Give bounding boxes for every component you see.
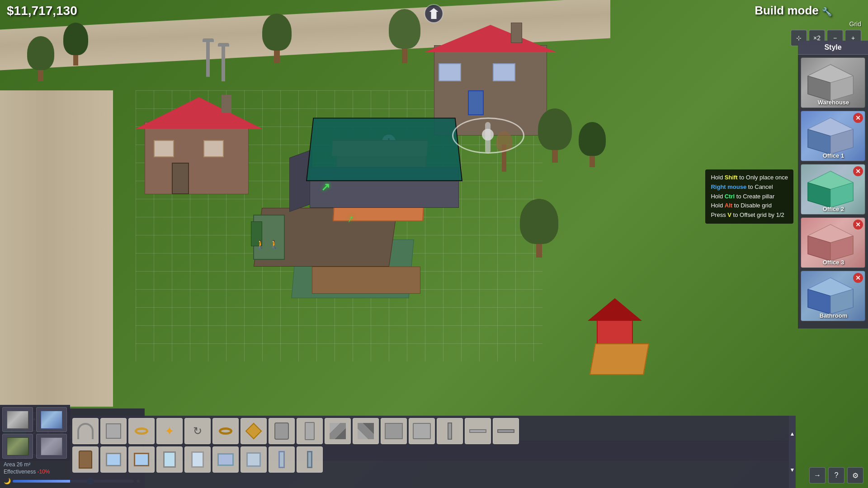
item-wall3-cell[interactable]: [437, 418, 463, 444]
item-window1-shape: [106, 453, 121, 466]
item-pillar-shape: [305, 422, 315, 440]
bottom-items-panel: ▲ ▼ ✦ ↻: [70, 416, 796, 488]
item-arrow-cell[interactable]: ↻: [184, 418, 211, 444]
item-cylinder-shape: [274, 422, 289, 440]
items-scroll-up[interactable]: ▲: [789, 416, 796, 452]
office2-delete-btn[interactable]: ✕: [853, 166, 863, 176]
item-cylinder-cell[interactable]: [269, 418, 295, 444]
style-item-office3[interactable]: ✕ Office 3: [801, 217, 865, 268]
style-item-office2[interactable]: ✕ Office 2: [801, 164, 865, 215]
office3-delete-btn[interactable]: ✕: [853, 220, 863, 230]
item-window6-cell[interactable]: [241, 446, 267, 473]
item-stairs-cell[interactable]: [325, 418, 351, 444]
office1-svg: [803, 113, 858, 154]
lamp-arm2: [203, 38, 214, 42]
items-scroll-down[interactable]: ▼: [789, 452, 796, 488]
main-building-top: [306, 118, 462, 181]
office2-label: Office 2: [801, 206, 865, 212]
bottom-right-nav: → ? ⚙: [809, 467, 863, 483]
item-window3-cell[interactable]: [156, 446, 183, 473]
thumb-building-slate-icon: [41, 437, 62, 455]
bathroom-delete-btn[interactable]: ✕: [853, 273, 863, 283]
warehouse-label: Warehouse: [801, 99, 865, 106]
warehouse-svg: [803, 60, 858, 101]
left-house-door: [172, 163, 189, 194]
item-pillar-cell[interactable]: [297, 418, 323, 444]
item-window7-cell[interactable]: [269, 446, 295, 473]
chimney-left: [222, 95, 231, 113]
left-house-roof: [136, 97, 262, 129]
orange-tent: [590, 343, 649, 375]
item-bar-cell[interactable]: [465, 418, 491, 444]
office2-svg: [803, 167, 858, 207]
item-ring2-cell[interactable]: [212, 418, 239, 444]
thumb-item-2[interactable]: [36, 407, 67, 432]
hint-alt: Alt: [725, 202, 732, 209]
item-bar2-cell[interactable]: [493, 418, 519, 444]
item-star-cell[interactable]: ✦: [156, 418, 183, 444]
figure1: 🚶: [255, 239, 265, 249]
hint-shift: Shift: [725, 174, 738, 181]
item-window6-shape: [246, 452, 261, 467]
item-stairs-shape: [330, 423, 346, 439]
office1-delete-btn[interactable]: ✕: [853, 113, 863, 123]
item-window5-shape: [217, 453, 234, 466]
item-window1-cell[interactable]: [100, 446, 127, 473]
bathroom-label: Bathroom: [801, 312, 865, 319]
item-door-cell[interactable]: [72, 446, 99, 473]
item-ring2-shape: [219, 427, 232, 435]
item-stairs2-shape: [358, 423, 374, 439]
settings-gear-btn[interactable]: ⚙: [847, 467, 863, 483]
house-window: [439, 63, 461, 81]
style-item-warehouse[interactable]: Warehouse: [801, 57, 865, 108]
rotation-center: [482, 129, 494, 141]
style-item-bathroom[interactable]: ✕ Bathroom: [801, 271, 865, 321]
left-thumb-panel: [0, 405, 70, 461]
style-panel-header: Style: [798, 41, 868, 55]
thumb-item-4[interactable]: [36, 434, 67, 459]
nav-arrow-btn[interactable]: →: [809, 467, 826, 483]
style-item-office1[interactable]: ✕ Office 1: [801, 111, 865, 161]
nav-help-btn[interactable]: ?: [828, 467, 844, 483]
item-diamond-shape: [245, 423, 262, 440]
item-window8-cell[interactable]: [297, 446, 323, 473]
tree7: [520, 199, 558, 258]
item-wall-cell[interactable]: [381, 418, 407, 444]
item-window4-cell[interactable]: [184, 446, 211, 473]
item-diamond-cell[interactable]: [241, 418, 267, 444]
arrow-indicator1: ↗: [321, 181, 330, 193]
house-door: [468, 90, 484, 115]
effectiveness-value: -10%: [38, 469, 50, 475]
left-house-body: [145, 122, 249, 194]
thumb-item-3[interactable]: [2, 434, 33, 459]
item-door-shape: [79, 450, 92, 469]
office3-label: Office 3: [801, 259, 865, 266]
item-wall2-shape: [413, 423, 431, 439]
item-window8-shape: [307, 451, 312, 468]
items-scroll-container: ✦ ↻: [70, 416, 796, 488]
item-window5-cell[interactable]: [212, 446, 239, 473]
thumb-building-blue-icon: [41, 411, 62, 429]
thumb-item-1[interactable]: [2, 407, 33, 432]
item-ring-shape: [135, 427, 148, 435]
hint-v: V: [727, 211, 731, 218]
item-arch-cell[interactable]: [72, 418, 99, 444]
item-bar-shape: [469, 429, 486, 433]
thumb-building-gray-icon: [7, 411, 28, 429]
red-barn-roof: [588, 298, 642, 321]
item-wall2-cell[interactable]: [409, 418, 435, 444]
tree5: [538, 108, 572, 163]
item-window7-shape: [278, 451, 285, 468]
brown-foundation: [312, 267, 420, 294]
item-stairs2-cell[interactable]: [353, 418, 379, 444]
grid-label: Grid: [849, 20, 861, 28]
office1-label: Office 1: [801, 152, 865, 159]
item-box-shape: [106, 423, 121, 439]
item-window2-cell[interactable]: [128, 446, 155, 473]
item-wall-shape: [385, 423, 403, 439]
items-row-2: [72, 446, 793, 473]
warehouse-preview: Warehouse: [801, 58, 865, 108]
item-ring-cell[interactable]: [128, 418, 155, 444]
item-box-cell[interactable]: [100, 418, 127, 444]
thumb-grid: [2, 407, 68, 459]
